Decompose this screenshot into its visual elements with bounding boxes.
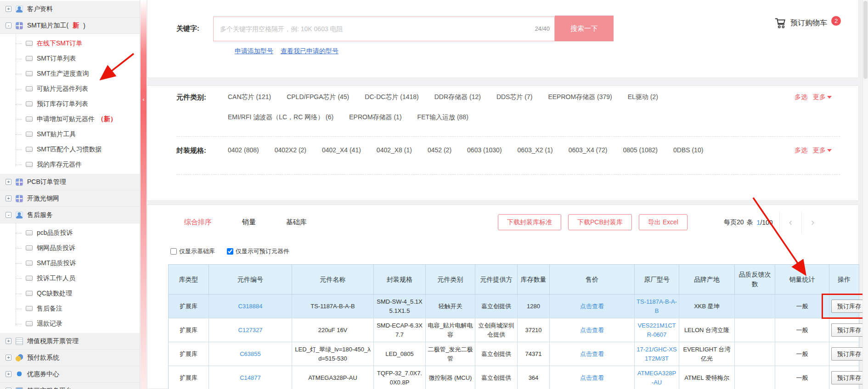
sidebar-subitem[interactable]: QC缺数处理 — [0, 286, 140, 301]
category-item[interactable]: FET输入运放 (88) — [417, 113, 468, 122]
category-label: 元件类别: — [176, 93, 228, 102]
sidebar-subitem[interactable]: 预订库存订单列表 — [0, 96, 140, 111]
sidebar-subitem[interactable]: SMT订单列表 — [0, 51, 140, 66]
category-item[interactable]: DDR存储器 (12) — [434, 93, 481, 101]
cell-stock: 364 — [518, 366, 550, 389]
view-filter-checkbox[interactable] — [170, 248, 177, 255]
scrollbar[interactable] — [862, 0, 868, 389]
sidebar-subitem[interactable]: 申请增加可贴元器件 （新） — [0, 111, 140, 127]
tree-toggle-icon[interactable]: + — [6, 6, 11, 12]
sidebar-subitem[interactable]: pcb品质投诉 — [0, 225, 140, 240]
category-item[interactable]: DDS芯片 (7) — [496, 93, 533, 101]
category-item[interactable]: EL驱动 (2) — [628, 93, 658, 101]
category-item[interactable]: CAN芯片 (121) — [228, 93, 271, 101]
part-code-link[interactable]: C14877 — [240, 374, 261, 381]
tree-toggle-icon[interactable]: - — [6, 22, 11, 28]
sidebar-subitem[interactable]: 我的库存元器件 — [0, 157, 140, 172]
category-item[interactable]: EMI/RFI 滤波器（LC，RC 网络） (6) — [228, 113, 333, 122]
prev-page-button[interactable]: ‹ — [786, 217, 795, 228]
part-code-link[interactable]: C127327 — [238, 327, 263, 333]
category-item[interactable]: EPROM存储器 (1) — [349, 113, 401, 122]
sidebar-subitem[interactable]: 售后备注 — [0, 301, 140, 316]
column-header: 元件编号 — [209, 265, 292, 295]
scrollbar-thumb[interactable] — [863, 1, 868, 79]
mpn-link[interactable]: 17-21/GHC-XS1T2M/3T — [637, 346, 676, 362]
reserve-stock-button[interactable]: 预订库存 — [831, 300, 867, 313]
tree-toggle-icon[interactable]: + — [6, 371, 11, 377]
cart-button[interactable]: 预订购物车 2 — [774, 17, 841, 29]
reserve-stock-button[interactable]: 预订库存 — [831, 347, 867, 361]
package-item[interactable]: 0603_X4 (72) — [569, 146, 608, 154]
sidebar-section[interactable]: + 优惠券中心 — [0, 366, 140, 383]
mpn-link[interactable]: ATMEGA328P-AU — [637, 370, 676, 386]
keyword-input[interactable] — [214, 17, 554, 41]
package-item[interactable]: 0402 (808) — [228, 146, 259, 154]
tree-toggle-icon[interactable]: + — [6, 338, 11, 344]
cell-lib-type: 扩展库 — [169, 342, 209, 366]
sidebar-subitem[interactable]: 投诉工作人员 — [0, 271, 140, 286]
price-view-link[interactable]: 点击查看 — [580, 374, 604, 381]
sidebar-subitem[interactable]: SMT品质投诉 — [0, 256, 140, 271]
reserve-stock-button[interactable]: 预订库存 — [831, 371, 867, 385]
category-more-link[interactable]: 更多 — [813, 93, 832, 101]
search-link[interactable]: 申请添加型号 — [235, 47, 273, 56]
category-item[interactable]: DC-DC芯片 (1418) — [365, 93, 418, 101]
mpn-link[interactable]: VES221M1CTR-0607 — [637, 322, 676, 338]
package-item[interactable]: 0402_X4 (41) — [322, 146, 361, 154]
package-item[interactable]: 0603 (1030) — [467, 146, 502, 154]
sidebar-section[interactable]: + 预付款系统 — [0, 350, 140, 366]
package-item[interactable]: 0DBS (10) — [673, 146, 703, 154]
category-item[interactable]: CPLD/FPGA芯片 (45) — [287, 93, 349, 101]
form-icon — [26, 101, 33, 106]
annotation-box: 预订库存 — [831, 347, 867, 361]
sidebar-section[interactable]: - 售后服务 — [0, 207, 140, 223]
sort-tab[interactable]: 综合排序 — [184, 218, 212, 227]
category-item[interactable]: EEPROM存储器 (379) — [548, 93, 612, 101]
price-view-link[interactable]: 点击查看 — [580, 303, 604, 310]
view-filter-checkbox[interactable] — [227, 248, 233, 255]
tree-toggle-icon[interactable]: + — [6, 195, 11, 201]
tree-toggle-icon[interactable]: + — [6, 179, 11, 185]
part-code-link[interactable]: C318884 — [238, 303, 263, 310]
part-code-link[interactable]: C63855 — [240, 350, 261, 357]
sidebar-subitem[interactable]: SMT匹配个人习惯数据 — [0, 142, 140, 157]
sidebar-subitem[interactable]: 在线下SMT订单 — [0, 36, 140, 51]
category-multiselect-link[interactable]: 多选 — [795, 93, 807, 101]
next-page-button[interactable]: › — [808, 217, 817, 228]
sidebar-section[interactable]: + 开激光钢网 — [0, 190, 140, 207]
sidebar-collapse-handle[interactable]: ‹ — [141, 0, 147, 389]
package-item[interactable]: 0402X2 (2) — [275, 146, 306, 154]
package-item[interactable]: 0603_X2 (1) — [518, 146, 553, 154]
collapse-arrow-icon[interactable]: ‹ — [141, 89, 147, 110]
sidebar-subitem[interactable]: SMT贴片工具 — [0, 127, 140, 142]
parts-table: 库类型元件编号元件名称封装规格元件类别元件提供方库存数量售价原厂型号品牌产地品质… — [168, 264, 859, 389]
search-link[interactable]: 查看我已申请的型号 — [281, 47, 338, 56]
package-item[interactable]: 0805 (1082) — [623, 146, 658, 154]
sidebar-section[interactable]: + PCB订单管理 — [0, 174, 140, 190]
reserve-stock-button[interactable]: 预订库存 — [831, 323, 867, 337]
sidebar-subitem[interactable]: 可贴片元器件列表 — [0, 81, 140, 96]
search-button[interactable]: 搜索一下 — [555, 16, 614, 41]
sidebar-section[interactable]: - SMT贴片加工( 新 ) — [0, 17, 140, 34]
sidebar-section[interactable]: + 增值税票开票管理 — [0, 333, 140, 350]
mpn-link[interactable]: TS-1187A-B-A-B — [637, 298, 677, 314]
sidebar-subitem[interactable]: 退款记录 — [0, 316, 140, 331]
price-view-link[interactable]: 点击查看 — [580, 327, 604, 333]
sort-tab[interactable]: 销量 — [242, 218, 256, 227]
tree-toggle-icon[interactable]: + — [6, 355, 11, 361]
package-more-link[interactable]: 更多 — [813, 146, 832, 155]
sidebar-subitem[interactable]: 钢网品质投诉 — [0, 240, 140, 256]
subitem-label: pcb品质投诉 — [37, 229, 73, 237]
sidebar-section[interactable]: + 客户资料 — [0, 1, 140, 17]
sidebar-section[interactable]: + 第三方服务平台 — [0, 383, 140, 389]
sort-tab[interactable]: 基础库 — [286, 218, 307, 227]
download-button[interactable]: 导出 Excel — [639, 214, 688, 230]
package-item[interactable]: 0452 (2) — [428, 146, 451, 154]
tree-toggle-icon[interactable]: - — [6, 212, 11, 218]
download-button[interactable]: 下载封装库标准 — [498, 214, 561, 230]
price-view-link[interactable]: 点击查看 — [580, 350, 604, 357]
package-multiselect-link[interactable]: 多选 — [795, 146, 807, 155]
sidebar-subitem[interactable]: SMT生产进度查询 — [0, 66, 140, 81]
package-item[interactable]: 0402_X8 (1) — [377, 146, 412, 154]
download-button[interactable]: 下载PCB封装库 — [568, 214, 632, 230]
